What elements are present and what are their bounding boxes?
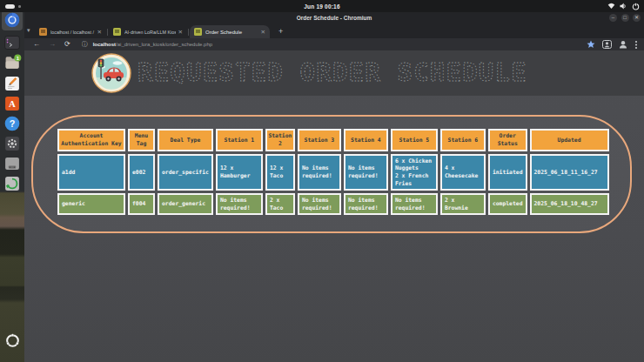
- table-cell: 12 x Hamburger: [216, 154, 263, 191]
- column-header: Updated: [530, 129, 609, 151]
- table-cell: initiated: [488, 154, 527, 191]
- tab-title: localhost / localhost / a: [50, 30, 95, 35]
- svg-text:A: A: [9, 98, 16, 109]
- table-cell: order_specific: [158, 154, 213, 191]
- browser-tab[interactable]: Order Schedule✕: [190, 25, 270, 38]
- column-header: Menu Tag: [128, 129, 155, 151]
- svg-text:?: ?: [10, 118, 16, 129]
- url-host: localhost: [93, 42, 116, 47]
- browser-tab[interactable]: localhost / localhost / a✕: [35, 25, 106, 38]
- column-header: Deal Type: [158, 129, 213, 151]
- reload-icon[interactable]: ⟳: [64, 38, 70, 50]
- profile-frame-icon[interactable]: [602, 40, 612, 49]
- dock-item-files[interactable]: 1: [2, 52, 23, 73]
- dock-item-text-editor[interactable]: [2, 73, 23, 94]
- window-titlebar[interactable]: Order Schedule - Chromium – □ ✕: [24, 12, 644, 23]
- table-cell: 6 x Chicken Nuggets 2 x French Fries: [391, 154, 438, 191]
- table-cell: No items required!: [298, 154, 341, 191]
- table-cell: e002: [128, 154, 155, 191]
- table-cell: 2 x Brownie: [440, 193, 486, 215]
- tab-close-icon[interactable]: ✕: [261, 29, 265, 36]
- table-cell: 2 x Taco: [265, 193, 295, 215]
- network-icon: [607, 3, 615, 10]
- address-bar[interactable]: ⓘ localhost/ai_driven_lora_kiosk/order_s…: [82, 38, 587, 50]
- column-header: Station 1: [216, 129, 263, 151]
- maximize-button[interactable]: □: [621, 14, 629, 22]
- column-header: Station 5: [391, 129, 438, 151]
- avatar-icon[interactable]: [619, 40, 627, 49]
- browser-window: Order Schedule - Chromium – □ ✕ ▾ + loca…: [24, 12, 644, 362]
- minimize-button[interactable]: –: [609, 14, 617, 22]
- dock-item-chromium[interactable]: [2, 10, 23, 30]
- table-cell: 12 x Taco: [265, 154, 295, 191]
- page-content: REQUESTED ORDER SCHEDULE Account Authent…: [24, 50, 644, 362]
- table-cell: No items required!: [391, 193, 438, 215]
- table-cell: No items required!: [298, 193, 341, 215]
- table-cell: 4 x Cheesecake: [440, 154, 486, 191]
- dock-item-settings[interactable]: [2, 133, 23, 154]
- forward-icon[interactable]: →: [49, 38, 56, 50]
- dock-item-utility[interactable]: [2, 153, 23, 174]
- dock-item-help[interactable]: ?: [2, 113, 23, 134]
- tab-title: AI-driven LoRa/LLM Kios: [124, 30, 176, 35]
- clock[interactable]: Jun 19 00:16: [0, 3, 644, 10]
- url-path: /ai_driven_lora_kiosk/order_schedule.php: [116, 42, 212, 47]
- new-tab-button[interactable]: +: [278, 28, 283, 36]
- table-cell: 2025_06_18_10_48_27: [530, 193, 609, 215]
- browser-tab[interactable]: AI-driven LoRa/LLM Kios✕: [109, 25, 187, 38]
- volume-icon: [620, 3, 627, 10]
- window-title: Order Schedule - Chromium: [24, 15, 644, 21]
- order-schedule-table: Account Authentication KeyMenu TagDeal T…: [55, 126, 612, 218]
- back-icon[interactable]: ←: [33, 38, 40, 50]
- drive-thru-logo: [91, 53, 131, 93]
- site-info-icon[interactable]: ⓘ: [82, 40, 88, 49]
- table-cell: completed: [488, 193, 527, 215]
- table-cell: a1dd: [57, 154, 125, 191]
- column-header: Station 6: [440, 129, 486, 151]
- tab-favicon: [113, 28, 121, 36]
- column-header: Account Authentication Key: [57, 129, 125, 151]
- column-header: Order Status: [488, 129, 527, 151]
- tab-search-chevron-icon[interactable]: ▾: [27, 27, 30, 34]
- tab-separator: [188, 29, 189, 36]
- menu-dots-icon[interactable]: [634, 40, 638, 50]
- bookmark-star-icon[interactable]: [587, 40, 595, 49]
- system-tray[interactable]: [607, 2, 640, 10]
- show-applications-icon[interactable]: [2, 330, 23, 351]
- column-header: Station 3: [298, 129, 341, 151]
- tab-close-icon[interactable]: ✕: [97, 29, 102, 36]
- tab-close-icon[interactable]: ✕: [178, 29, 183, 36]
- svg-text:REQUESTED ORDER SCHEDULE: REQUESTED ORDER SCHEDULE: [138, 57, 527, 87]
- page-title: REQUESTED ORDER SCHEDULE: [136, 57, 571, 91]
- tab-strip: ▾ + localhost / localhost / a✕AI-driven …: [24, 23, 644, 38]
- tab-favicon: [194, 28, 202, 36]
- browser-toolbar: ← → ⟳ ⓘ localhost/ai_driven_lora_kiosk/o…: [24, 38, 644, 50]
- tab-separator: [107, 29, 108, 36]
- dock-item-software-updater[interactable]: [2, 173, 23, 194]
- table-row: a1dde002order_specific12 x Hamburger12 x…: [57, 154, 609, 191]
- column-header: Station 4: [344, 129, 388, 151]
- tab-title: Order Schedule: [205, 30, 258, 35]
- close-button[interactable]: ✕: [633, 14, 641, 22]
- table-cell: 2025_06_18_11_16_27: [530, 154, 609, 191]
- table-cell: No items required!: [344, 193, 388, 215]
- system-top-bar: Jun 19 00:16: [0, 0, 644, 12]
- column-header: Station 2: [265, 129, 295, 151]
- tab-favicon: [39, 28, 47, 36]
- table-cell: generic: [57, 193, 125, 215]
- dock-item-a-app[interactable]: A: [2, 93, 23, 114]
- dock-item-terminal[interactable]: [2, 32, 23, 53]
- power-icon: [632, 3, 640, 10]
- table-cell: No items required!: [216, 193, 263, 215]
- table-row: genericf004order_genericNo items require…: [57, 193, 609, 215]
- table-cell: No items required!: [344, 154, 388, 191]
- table-cell: f004: [128, 193, 155, 215]
- table-cell: order_generic: [158, 193, 213, 215]
